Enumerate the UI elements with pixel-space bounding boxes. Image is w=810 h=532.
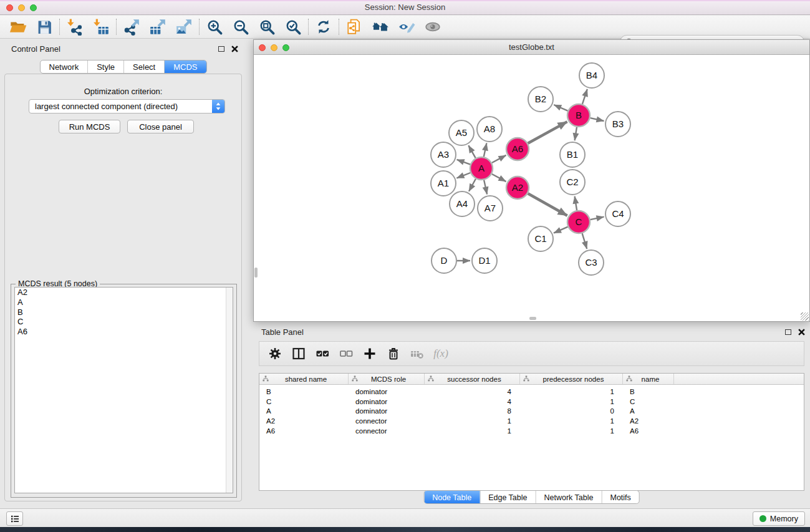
node-A8[interactable]: A8 [477,117,502,142]
table-cell[interactable]: dominator [349,407,425,415]
table-cell[interactable]: 8 [425,407,520,415]
edge-A-A2[interactable] [492,174,506,181]
node-D[interactable]: D [432,248,456,273]
export-network-icon[interactable] [118,17,145,37]
open-file-icon[interactable] [5,17,31,37]
close-window-button[interactable] [6,4,13,11]
resize-grip[interactable] [801,312,809,321]
node-A4[interactable]: A4 [450,191,475,216]
edge-B-B1[interactable] [575,127,577,141]
show-panels-list-button[interactable] [6,511,23,526]
zoom-out-icon[interactable] [228,17,254,37]
edge-B-B2[interactable] [554,105,567,111]
table-row[interactable]: A2connector11A2 [259,416,804,426]
edge-A2-C[interactable] [528,193,567,215]
table-cell[interactable]: A [623,407,674,415]
net-zoom-button[interactable] [282,44,289,51]
tab-style[interactable]: Style [87,60,123,73]
float-table-panel-icon[interactable] [785,329,791,335]
edge-A-A4[interactable] [469,179,476,191]
minimize-window-button[interactable] [18,4,25,11]
add-icon[interactable] [360,344,379,363]
edge-A-A5[interactable] [468,145,475,158]
edge-A-A6[interactable] [492,155,506,163]
table-cell[interactable]: 1 [520,417,623,425]
export-image-icon[interactable] [171,17,197,37]
tab-mcds[interactable]: MCDS [164,60,206,73]
horizontal-scrollbar-thumb[interactable] [529,317,536,320]
column-header-MCDS-role[interactable]: MCDS role [349,374,425,384]
export-table-icon[interactable] [145,17,171,37]
node-B1[interactable]: B1 [560,142,585,167]
node-C2[interactable]: C2 [560,170,585,195]
mcds-result-list[interactable]: A2ABCA6 [14,287,233,493]
edge-C-C2[interactable] [575,196,577,211]
new-network-icon[interactable] [341,17,367,37]
run-mcds-button[interactable]: Run MCDS [59,120,120,133]
table-cell[interactable]: 1 [425,427,520,435]
edge-B-B3[interactable] [591,118,604,121]
edge-A6-B[interactable] [528,122,567,143]
table-cell[interactable]: dominator [349,388,425,395]
mcds-result-item[interactable]: B [15,307,233,317]
column-header-successor-nodes[interactable]: successor nodes [425,374,520,384]
node-C4[interactable]: C4 [605,201,630,226]
node-C[interactable]: C [567,211,590,233]
show-hide-style-icon[interactable] [393,17,420,37]
node-D1[interactable]: D1 [472,248,497,273]
table-settings-icon[interactable] [266,344,284,363]
select-all-icon[interactable] [313,344,332,363]
table-cell[interactable]: 1 [520,427,623,435]
table-cell[interactable]: B [259,388,349,395]
home-layout-icon[interactable] [367,17,393,37]
table-cell[interactable]: A2 [259,417,349,425]
node-A5[interactable]: A5 [449,120,474,145]
table-cell[interactable]: 1 [520,398,623,405]
tab-node-table[interactable]: Node Table [424,491,480,503]
tab-motifs[interactable]: Motifs [601,491,639,503]
table-cell[interactable]: C [259,398,349,405]
node-B[interactable]: B [567,104,590,127]
memory-button[interactable]: Memory [753,511,805,526]
edge-C-C4[interactable] [591,217,604,220]
result-list-scrollbar[interactable] [226,288,233,493]
table-cell[interactable]: 4 [425,398,520,405]
table-row[interactable]: Cdominator41C [259,397,804,407]
edge-B-B4[interactable] [582,89,587,104]
column-header-shared-name[interactable]: shared name [259,374,349,384]
mcds-result-item[interactable]: C [15,317,233,327]
mcds-result-item[interactable]: A6 [15,327,233,337]
tab-edge-table[interactable]: Edge Table [480,491,535,503]
net-minimize-button[interactable] [271,44,277,51]
node-C1[interactable]: C1 [528,226,553,251]
table-row[interactable]: Bdominator41B [259,387,804,397]
criterion-dropdown[interactable]: largest connected component (directed) [29,99,225,114]
delete-column-icon[interactable] [408,344,427,363]
table-cell[interactable]: 0 [520,407,623,415]
refresh-icon[interactable] [311,17,337,37]
table-cell[interactable]: C [623,398,674,405]
table-cell[interactable]: B [623,388,674,395]
show-graphics-details-icon[interactable] [420,17,446,37]
dropdown-stepper-icon[interactable] [212,100,224,113]
float-panel-icon[interactable] [218,46,224,52]
table-cell[interactable]: connector [349,417,425,425]
function-builder-icon[interactable]: f(x) [432,344,450,363]
vertical-scrollbar-thumb[interactable] [254,268,258,278]
node-A[interactable]: A [470,157,493,180]
deselect-all-icon[interactable] [337,344,355,363]
column-header-name[interactable]: name [623,374,674,384]
zoom-fit-icon[interactable] [254,17,280,37]
node-B3[interactable]: B3 [605,112,630,137]
node-A2[interactable]: A2 [506,177,529,199]
import-table-icon[interactable] [88,17,114,37]
zoom-selected-icon[interactable] [280,17,306,37]
table-row[interactable]: Adominator80A [259,406,804,416]
edge-C-C3[interactable] [582,233,587,249]
edge-C-C1[interactable] [554,227,568,233]
save-session-icon[interactable] [31,17,57,37]
edge-A-A8[interactable] [484,143,487,157]
table-cell[interactable]: A [259,407,349,415]
table-cell[interactable]: 1 [520,388,623,395]
tab-select[interactable]: Select [123,60,164,73]
